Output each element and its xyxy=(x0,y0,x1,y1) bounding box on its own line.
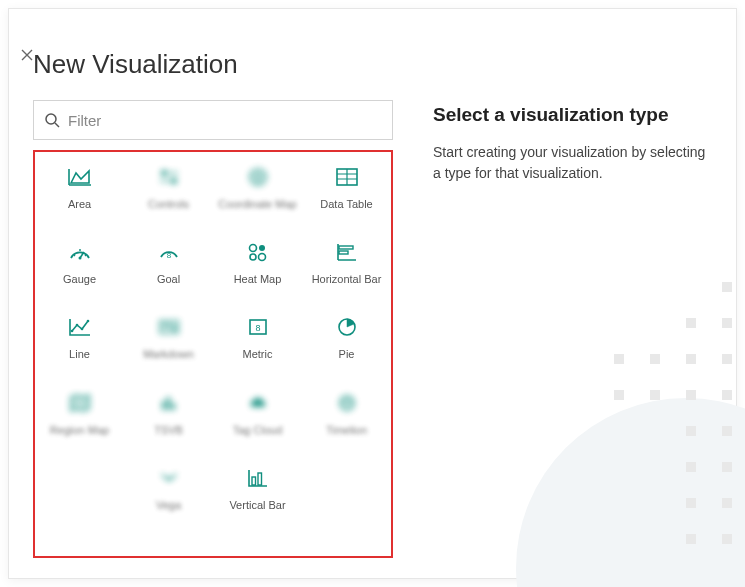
tile-label: Timelion xyxy=(326,424,367,437)
tile-label: Vega xyxy=(156,499,181,512)
left-panel: Area Controls Coordinate Map Data Table xyxy=(33,100,393,558)
svg-point-16 xyxy=(86,320,89,323)
tile-area[interactable]: Area xyxy=(35,158,124,215)
goal-icon: 8 xyxy=(156,237,182,267)
tile-label: Goal xyxy=(157,273,180,286)
svg-point-9 xyxy=(250,254,256,260)
tile-vertical-bar[interactable]: Vertical Bar xyxy=(213,459,302,516)
tile-goal[interactable]: 8 Goal xyxy=(124,233,213,290)
tile-region-map[interactable]: Region Map xyxy=(35,384,124,441)
svg-text:8: 8 xyxy=(255,323,260,333)
tile-label: Tag Cloud xyxy=(233,424,283,437)
svg-point-14 xyxy=(75,324,78,327)
tile-label: Vertical Bar xyxy=(229,499,285,512)
tag-cloud-icon xyxy=(245,388,271,418)
svg-rect-23 xyxy=(172,403,175,410)
vega-icon xyxy=(156,463,182,493)
controls-icon xyxy=(156,162,182,192)
svg-point-25 xyxy=(167,477,171,481)
svg-point-7 xyxy=(249,245,256,252)
close-icon xyxy=(21,49,33,61)
tile-controls[interactable]: Controls xyxy=(124,158,213,215)
svg-rect-27 xyxy=(258,473,262,485)
metric-icon: 8 xyxy=(245,312,271,342)
filter-input-wrap[interactable] xyxy=(33,100,393,140)
tile-label: Heat Map xyxy=(234,273,282,286)
heat-map-icon xyxy=(245,237,271,267)
region-map-icon xyxy=(67,388,93,418)
gauge-icon xyxy=(67,237,93,267)
tile-label: Metric xyxy=(243,348,273,361)
tile-label: Data Table xyxy=(320,198,372,211)
tile-vega[interactable]: Vega xyxy=(124,459,213,516)
vertical-bar-icon xyxy=(245,463,271,493)
timelion-icon xyxy=(334,388,360,418)
tile-horizontal-bar[interactable]: Horizontal Bar xyxy=(302,233,391,290)
svg-rect-11 xyxy=(339,246,353,249)
markdown-icon xyxy=(156,312,182,342)
line-chart-icon xyxy=(67,312,93,342)
svg-point-24 xyxy=(340,396,354,410)
tile-label: Region Map xyxy=(50,424,109,437)
right-description: Start creating your visualization by sel… xyxy=(433,142,712,184)
search-icon xyxy=(44,112,60,128)
horizontal-bar-icon xyxy=(334,237,360,267)
svg-point-13 xyxy=(70,330,73,333)
tile-metric[interactable]: 8 Metric xyxy=(213,308,302,365)
svg-point-1 xyxy=(161,170,167,176)
svg-rect-26 xyxy=(252,477,256,485)
visualization-grid: Area Controls Coordinate Map Data Table xyxy=(35,158,391,516)
right-panel: Select a visualization type Start creati… xyxy=(433,100,712,558)
tile-label: TSVB xyxy=(154,424,183,437)
tile-label: Controls xyxy=(148,198,189,211)
svg-point-8 xyxy=(259,245,265,251)
svg-point-10 xyxy=(258,254,265,261)
svg-point-2 xyxy=(171,178,177,184)
tile-tag-cloud[interactable]: Tag Cloud xyxy=(213,384,302,441)
tile-label: Gauge xyxy=(63,273,96,286)
tile-label: Coordinate Map xyxy=(218,198,296,211)
svg-rect-21 xyxy=(162,401,165,410)
svg-point-5 xyxy=(78,257,81,260)
tile-data-table[interactable]: Data Table xyxy=(302,158,391,215)
data-table-icon xyxy=(334,162,360,192)
tile-label: Line xyxy=(69,348,90,361)
tile-coordinate-map[interactable]: Coordinate Map xyxy=(213,158,302,215)
svg-point-0 xyxy=(46,114,56,124)
svg-text:8: 8 xyxy=(166,251,171,260)
svg-rect-22 xyxy=(167,397,170,410)
tsvb-icon xyxy=(156,388,182,418)
tile-heat-map[interactable]: Heat Map xyxy=(213,233,302,290)
area-chart-icon xyxy=(67,162,93,192)
tile-label: Horizontal Bar xyxy=(312,273,382,286)
tile-tsvb[interactable]: TSVB xyxy=(124,384,213,441)
tile-timelion[interactable]: Timelion xyxy=(302,384,391,441)
tile-markdown[interactable]: Markdown xyxy=(124,308,213,365)
tile-label: Markdown xyxy=(143,348,194,361)
svg-point-15 xyxy=(80,328,83,331)
filter-input[interactable] xyxy=(68,112,382,129)
new-visualization-modal: New Visualization Area Controls xyxy=(8,8,737,579)
svg-rect-12 xyxy=(339,251,348,254)
tile-pie[interactable]: Pie xyxy=(302,308,391,365)
modal-title: New Visualization xyxy=(33,49,712,80)
tile-gauge[interactable]: Gauge xyxy=(35,233,124,290)
tile-label: Pie xyxy=(339,348,355,361)
coordinate-map-icon xyxy=(245,162,271,192)
right-heading: Select a visualization type xyxy=(433,104,712,126)
tile-line[interactable]: Line xyxy=(35,308,124,365)
visualization-grid-highlight: Area Controls Coordinate Map Data Table xyxy=(33,150,393,558)
tile-label: Area xyxy=(68,198,91,211)
pie-chart-icon xyxy=(334,312,360,342)
